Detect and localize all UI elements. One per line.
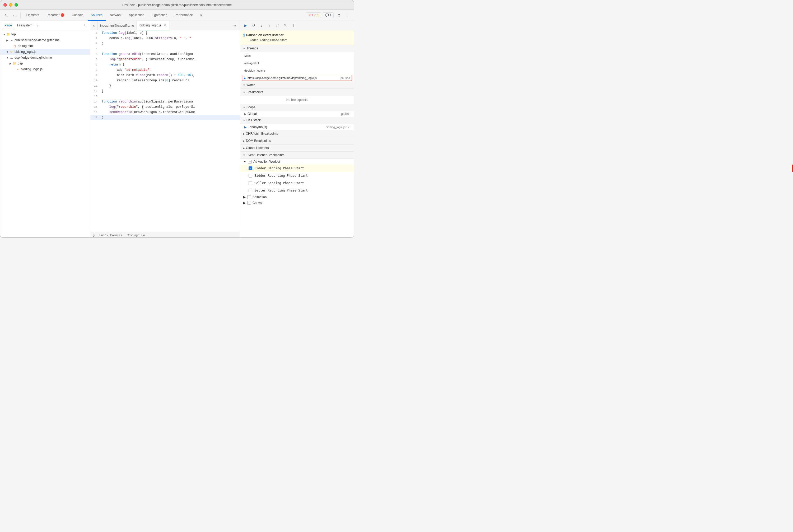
callstack-loc: bidding_logic.js:17 xyxy=(325,126,350,129)
tab-recorder[interactable]: Recorder 🔴 xyxy=(43,10,68,21)
fp-tab-more[interactable]: » xyxy=(35,23,39,28)
fullscreen-button[interactable] xyxy=(15,3,18,6)
bp-item-bidder-bidding[interactable]: ✓ Bidder Bidding Phase Start xyxy=(240,165,354,172)
warning-count: 1 xyxy=(317,14,319,17)
tree-item-dsp-bidding[interactable]: ● bidding_logic.js xyxy=(0,66,90,72)
more-options-button[interactable]: ⋮ xyxy=(344,12,352,19)
bp-item-seller-reporting[interactable]: Seller Reporting Phase Start xyxy=(240,187,354,194)
tab-more[interactable]: » xyxy=(197,10,205,21)
cloud-icon-dsp: ☁ xyxy=(9,55,14,60)
tab-performance[interactable]: Performance xyxy=(171,10,196,21)
code-tab-index[interactable]: index.html?fencedframe xyxy=(97,21,137,31)
fp-tab-page[interactable]: Page xyxy=(2,22,14,29)
global-listeners-arrow: ▶ xyxy=(243,147,245,150)
resume-button[interactable]: ▶ xyxy=(242,22,249,29)
step-button[interactable]: ⇄ xyxy=(274,22,281,29)
tree-item-publisher[interactable]: ▶ ☁ publisher-fledge-demo.glitch.me xyxy=(0,37,90,43)
ad-auction-checkbox[interactable]: − xyxy=(248,160,252,164)
device-mode-button[interactable]: ▭ xyxy=(11,12,18,19)
arrow-publisher: ▶ xyxy=(5,38,9,42)
watch-arrow: ▼ xyxy=(243,84,245,87)
fp-more-button[interactable]: ⋮ xyxy=(82,23,88,28)
callstack-icon: ▶ xyxy=(244,126,246,129)
thread-active-item[interactable]: ▶ https://dsp-fledge-demo.glitch.me/dsp/… xyxy=(242,75,352,81)
devtools-toolbar: ↖ ▭ Elements Recorder 🔴 Console Sources … xyxy=(0,10,354,21)
breakpoints-section-header[interactable]: ▼ Breakpoints xyxy=(240,89,354,96)
xhr-section-header[interactable]: ▶ XHR/fetch Breakpoints xyxy=(240,130,354,137)
tab-lighthouse[interactable]: Lighthouse xyxy=(149,10,171,21)
bp-checkbox-seller-scoring[interactable] xyxy=(249,181,252,185)
formatter-icon[interactable]: {} xyxy=(93,233,95,237)
step-into-button[interactable]: ↓ xyxy=(258,22,265,29)
pause-title-text: Paused on event listener xyxy=(246,33,283,37)
debug-panel: ▶ ↺ ↓ ↑ ⇄ ✎ ⏸ ℹ Paused on event listener… xyxy=(240,21,354,238)
fp-tab-filesystem[interactable]: Filesystem xyxy=(15,22,34,29)
canvas-group-header[interactable]: ▶ Canvas xyxy=(240,200,354,206)
thread-decision-logic[interactable]: decision_logic.js xyxy=(240,67,354,74)
tab-sources[interactable]: Sources xyxy=(88,10,106,21)
thread-ad-tag[interactable]: ad-tag.html xyxy=(240,59,354,67)
tree-item-dsp-domain[interactable]: ▼ ☁ dsp-fledge-demo.glitch.me xyxy=(0,55,90,60)
deactivate-button[interactable]: ✎ xyxy=(282,22,289,29)
code-tab-close-bidding[interactable]: ✕ xyxy=(163,23,166,27)
tree-label-top: top xyxy=(11,33,16,36)
tab-console[interactable]: Console xyxy=(69,10,87,21)
tree-item-ad-tag[interactable]: ◻ ad-tag.html xyxy=(0,43,90,49)
bp-checkbox-bidder-bidding[interactable]: ✓ xyxy=(249,166,252,170)
threads-section-header[interactable]: ▼ Threads xyxy=(240,45,354,52)
code-tab-actions: ↪ xyxy=(230,23,240,28)
scope-section-header[interactable]: ▼ Scope xyxy=(240,104,354,111)
code-line-13: 13 xyxy=(90,94,240,99)
minimize-button[interactable] xyxy=(9,3,13,6)
scope-label: Scope xyxy=(246,106,256,109)
bp-checkbox-bidder-reporting[interactable] xyxy=(249,174,252,177)
tab-network[interactable]: Network xyxy=(107,10,125,21)
code-tab-nav-back[interactable]: ◁ xyxy=(90,21,97,31)
dom-section-header[interactable]: ▶ DOM Breakpoints xyxy=(240,137,354,145)
message-badge[interactable]: 💬 1 xyxy=(323,13,334,18)
watch-section-header[interactable]: ▼ Watch xyxy=(240,82,354,89)
global-listeners-label: Global Listeners xyxy=(246,146,269,150)
error-icon: ✕ xyxy=(308,14,310,17)
tree-item-top[interactable]: ▼ 📁 top xyxy=(0,32,90,37)
code-tab-bidding[interactable]: bidding_logic.js ✕ xyxy=(137,21,169,31)
scope-global-row[interactable]: ▶ Global global xyxy=(240,111,354,117)
code-line-15: 15 log("reportWin", { auctionSignals, pe… xyxy=(90,104,240,110)
code-area[interactable]: 1 function log(label, o) { 2 console.log… xyxy=(90,31,240,232)
global-listeners-section-header[interactable]: ▶ Global Listeners xyxy=(240,145,354,152)
animation-group-header[interactable]: ▶ Animation xyxy=(240,194,354,200)
bp-checkbox-seller-reporting[interactable] xyxy=(249,189,252,192)
bp-item-seller-scoring[interactable]: Seller Scoring Phase Start xyxy=(240,179,354,187)
settings-button[interactable]: ⚙ xyxy=(335,12,343,19)
thread-main[interactable]: Main xyxy=(240,52,354,59)
thread-main-label: Main xyxy=(244,54,350,57)
tree-item-dsp-folder[interactable]: ▶ 📁 dsp xyxy=(0,60,90,66)
animation-checkbox[interactable] xyxy=(247,195,251,199)
canvas-checkbox[interactable] xyxy=(247,201,251,205)
error-badge[interactable]: ✕ 1 ⚠ 1 xyxy=(306,13,321,18)
code-new-source-button[interactable]: ↪ xyxy=(232,23,238,28)
pause-exceptions-button[interactable]: ⏸ xyxy=(290,22,297,29)
callstack-name: (anonymous) xyxy=(249,125,323,129)
threads-arrow: ▼ xyxy=(243,47,245,50)
callstack-item-anon[interactable]: ▶ (anonymous) bidding_logic.js:17 xyxy=(240,124,354,130)
scope-arrow: ▼ xyxy=(243,106,245,109)
code-line-11: 11 } xyxy=(90,83,240,89)
fp-actions: ⋮ xyxy=(82,23,88,28)
pause-subtitle: Bidder Bidding Phase Start xyxy=(249,38,351,42)
bp-item-bidder-reporting[interactable]: Bidder Reporting Phase Start xyxy=(240,172,354,179)
cloud-icon-publisher: ☁ xyxy=(9,38,14,42)
arrow-bidding-logic: ▼ xyxy=(5,50,9,54)
step-over-button[interactable]: ↺ xyxy=(250,22,257,29)
ad-auction-group-header[interactable]: ▼ − Ad Auction Worklet xyxy=(240,159,354,165)
tab-application[interactable]: Application xyxy=(126,10,148,21)
callstack-section-header[interactable]: ▼ Call Stack xyxy=(240,117,354,124)
event-listener-section-header[interactable]: ▼ Event Listener Breakpoints xyxy=(240,152,354,159)
code-line-12: 12 } xyxy=(90,89,240,94)
tab-elements[interactable]: Elements xyxy=(23,10,42,21)
cursor-tool-button[interactable]: ↖ xyxy=(2,12,10,19)
error-count: 1 xyxy=(311,14,313,17)
close-button[interactable] xyxy=(3,3,7,6)
tree-item-bidding-logic[interactable]: ▼ ⚙ bidding_logic.js xyxy=(0,49,90,55)
step-out-button[interactable]: ↑ xyxy=(266,22,273,29)
